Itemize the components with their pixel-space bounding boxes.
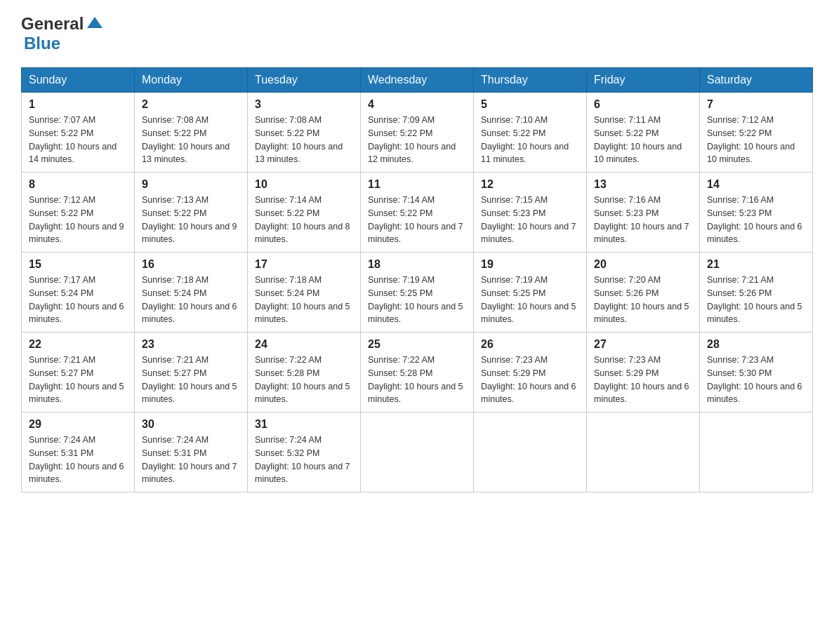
day-info: Sunrise: 7:12 AMSunset: 5:22 PMDaylight:… [707, 114, 805, 166]
calendar-day-cell: 7Sunrise: 7:12 AMSunset: 5:22 PMDaylight… [700, 93, 813, 173]
day-info: Sunrise: 7:21 AMSunset: 5:26 PMDaylight:… [707, 274, 805, 326]
calendar-day-cell [361, 412, 474, 492]
day-number: 3 [255, 98, 353, 111]
calendar-day-cell: 26Sunrise: 7:23 AMSunset: 5:29 PMDayligh… [474, 333, 587, 412]
day-number: 20 [594, 258, 692, 271]
day-number: 6 [594, 98, 692, 111]
calendar-day-cell: 21Sunrise: 7:21 AMSunset: 5:26 PMDayligh… [700, 253, 813, 333]
day-number: 5 [481, 98, 579, 111]
day-number: 14 [707, 178, 805, 191]
day-number: 24 [255, 338, 353, 351]
calendar-day-cell: 27Sunrise: 7:23 AMSunset: 5:29 PMDayligh… [587, 333, 700, 412]
calendar-day-cell: 10Sunrise: 7:14 AMSunset: 5:22 PMDayligh… [248, 173, 361, 253]
day-number: 31 [255, 418, 353, 431]
calendar-day-cell: 13Sunrise: 7:16 AMSunset: 5:23 PMDayligh… [587, 173, 700, 253]
day-number: 12 [481, 178, 579, 191]
day-number: 22 [29, 338, 127, 351]
logo-blue-text: Blue [24, 34, 60, 53]
calendar-day-cell: 24Sunrise: 7:22 AMSunset: 5:28 PMDayligh… [248, 333, 361, 412]
calendar-day-cell: 30Sunrise: 7:24 AMSunset: 5:31 PMDayligh… [135, 412, 248, 492]
day-number: 27 [594, 338, 692, 351]
calendar-day-cell: 15Sunrise: 7:17 AMSunset: 5:24 PMDayligh… [22, 253, 135, 333]
day-of-week-header: Wednesday [361, 68, 474, 93]
day-info: Sunrise: 7:08 AMSunset: 5:22 PMDaylight:… [142, 114, 240, 166]
day-number: 23 [142, 338, 240, 351]
calendar-day-cell [587, 412, 700, 492]
calendar-week-row: 1Sunrise: 7:07 AMSunset: 5:22 PMDaylight… [22, 93, 813, 173]
day-number: 9 [142, 178, 240, 191]
day-info: Sunrise: 7:19 AMSunset: 5:25 PMDaylight:… [481, 274, 579, 326]
day-number: 13 [594, 178, 692, 191]
day-info: Sunrise: 7:15 AMSunset: 5:23 PMDaylight:… [481, 194, 579, 246]
calendar-day-cell: 2Sunrise: 7:08 AMSunset: 5:22 PMDaylight… [135, 93, 248, 173]
day-info: Sunrise: 7:23 AMSunset: 5:29 PMDaylight:… [481, 354, 579, 406]
day-number: 11 [368, 178, 466, 191]
day-info: Sunrise: 7:11 AMSunset: 5:22 PMDaylight:… [594, 114, 692, 166]
day-number: 7 [707, 98, 805, 111]
calendar-week-row: 8Sunrise: 7:12 AMSunset: 5:22 PMDaylight… [22, 173, 813, 253]
calendar-day-cell: 17Sunrise: 7:18 AMSunset: 5:24 PMDayligh… [248, 253, 361, 333]
svg-marker-0 [87, 17, 102, 28]
calendar-day-cell: 8Sunrise: 7:12 AMSunset: 5:22 PMDaylight… [22, 173, 135, 253]
day-number: 19 [481, 258, 579, 271]
day-number: 16 [142, 258, 240, 271]
day-info: Sunrise: 7:24 AMSunset: 5:31 PMDaylight:… [142, 434, 240, 486]
day-info: Sunrise: 7:19 AMSunset: 5:25 PMDaylight:… [368, 274, 466, 326]
calendar-day-cell: 5Sunrise: 7:10 AMSunset: 5:22 PMDaylight… [474, 93, 587, 173]
calendar-table: SundayMondayTuesdayWednesdayThursdayFrid… [21, 67, 813, 492]
calendar-day-cell: 12Sunrise: 7:15 AMSunset: 5:23 PMDayligh… [474, 173, 587, 253]
day-number: 25 [368, 338, 466, 351]
calendar-day-cell: 1Sunrise: 7:07 AMSunset: 5:22 PMDaylight… [22, 93, 135, 173]
page-header: General Blue [21, 14, 813, 53]
day-number: 10 [255, 178, 353, 191]
day-number: 17 [255, 258, 353, 271]
day-info: Sunrise: 7:09 AMSunset: 5:22 PMDaylight:… [368, 114, 466, 166]
calendar-day-cell: 23Sunrise: 7:21 AMSunset: 5:27 PMDayligh… [135, 333, 248, 412]
day-info: Sunrise: 7:24 AMSunset: 5:32 PMDaylight:… [255, 434, 353, 486]
day-info: Sunrise: 7:13 AMSunset: 5:22 PMDaylight:… [142, 194, 240, 246]
day-info: Sunrise: 7:10 AMSunset: 5:22 PMDaylight:… [481, 114, 579, 166]
day-info: Sunrise: 7:21 AMSunset: 5:27 PMDaylight:… [142, 354, 240, 406]
day-info: Sunrise: 7:08 AMSunset: 5:22 PMDaylight:… [255, 114, 353, 166]
calendar-day-cell: 6Sunrise: 7:11 AMSunset: 5:22 PMDaylight… [587, 93, 700, 173]
logo-triangle-icon [87, 15, 102, 34]
day-number: 21 [707, 258, 805, 271]
calendar-day-cell: 11Sunrise: 7:14 AMSunset: 5:22 PMDayligh… [361, 173, 474, 253]
calendar-week-row: 22Sunrise: 7:21 AMSunset: 5:27 PMDayligh… [22, 333, 813, 412]
calendar-day-cell: 29Sunrise: 7:24 AMSunset: 5:31 PMDayligh… [22, 412, 135, 492]
day-info: Sunrise: 7:12 AMSunset: 5:22 PMDaylight:… [29, 194, 127, 246]
day-info: Sunrise: 7:17 AMSunset: 5:24 PMDaylight:… [29, 274, 127, 326]
calendar-day-cell: 16Sunrise: 7:18 AMSunset: 5:24 PMDayligh… [135, 253, 248, 333]
calendar-day-cell: 20Sunrise: 7:20 AMSunset: 5:26 PMDayligh… [587, 253, 700, 333]
calendar-header-row: SundayMondayTuesdayWednesdayThursdayFrid… [22, 68, 813, 93]
day-of-week-header: Saturday [700, 68, 813, 93]
day-info: Sunrise: 7:22 AMSunset: 5:28 PMDaylight:… [368, 354, 466, 406]
day-info: Sunrise: 7:21 AMSunset: 5:27 PMDaylight:… [29, 354, 127, 406]
day-number: 18 [368, 258, 466, 271]
day-info: Sunrise: 7:23 AMSunset: 5:29 PMDaylight:… [594, 354, 692, 406]
day-info: Sunrise: 7:23 AMSunset: 5:30 PMDaylight:… [707, 354, 805, 406]
calendar-day-cell: 28Sunrise: 7:23 AMSunset: 5:30 PMDayligh… [700, 333, 813, 412]
day-info: Sunrise: 7:16 AMSunset: 5:23 PMDaylight:… [707, 194, 805, 246]
day-number: 28 [707, 338, 805, 351]
calendar-day-cell: 22Sunrise: 7:21 AMSunset: 5:27 PMDayligh… [22, 333, 135, 412]
day-of-week-header: Sunday [22, 68, 135, 93]
day-number: 2 [142, 98, 240, 111]
day-number: 8 [29, 178, 127, 191]
day-of-week-header: Monday [135, 68, 248, 93]
day-info: Sunrise: 7:14 AMSunset: 5:22 PMDaylight:… [368, 194, 466, 246]
calendar-week-row: 15Sunrise: 7:17 AMSunset: 5:24 PMDayligh… [22, 253, 813, 333]
calendar-week-row: 29Sunrise: 7:24 AMSunset: 5:31 PMDayligh… [22, 412, 813, 492]
day-of-week-header: Thursday [474, 68, 587, 93]
calendar-day-cell [700, 412, 813, 492]
day-info: Sunrise: 7:24 AMSunset: 5:31 PMDaylight:… [29, 434, 127, 486]
logo-general-text: General [21, 14, 84, 34]
day-number: 15 [29, 258, 127, 271]
calendar-day-cell: 18Sunrise: 7:19 AMSunset: 5:25 PMDayligh… [361, 253, 474, 333]
day-number: 1 [29, 98, 127, 111]
calendar-day-cell: 14Sunrise: 7:16 AMSunset: 5:23 PMDayligh… [700, 173, 813, 253]
calendar-day-cell: 25Sunrise: 7:22 AMSunset: 5:28 PMDayligh… [361, 333, 474, 412]
day-of-week-header: Friday [587, 68, 700, 93]
day-info: Sunrise: 7:18 AMSunset: 5:24 PMDaylight:… [255, 274, 353, 326]
calendar-day-cell: 3Sunrise: 7:08 AMSunset: 5:22 PMDaylight… [248, 93, 361, 173]
